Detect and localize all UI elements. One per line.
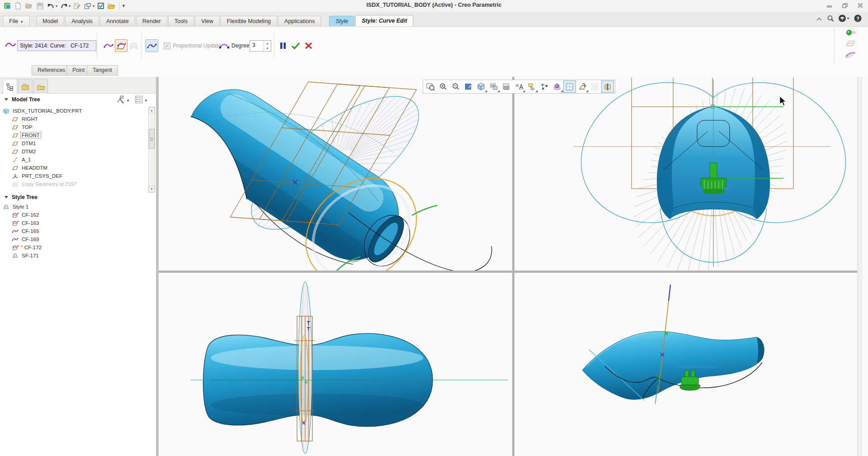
new-file-button[interactable] [14,1,23,10]
tree-item[interactable]: DTM1 [0,139,156,147]
tab-analysis[interactable]: Analysis [65,16,99,26]
curvature-analysis-icon[interactable] [845,51,856,60]
tab-tangent[interactable]: Tangent [87,65,118,76]
search-icon[interactable] [827,15,834,24]
3d-dragger-button[interactable]: ◢ [551,81,563,93]
creo-app-icon[interactable] [3,1,12,10]
annotation-display-button[interactable]: ◢ [525,81,538,93]
tree-item[interactable]: CF-165 [0,227,156,235]
refit-button[interactable] [424,81,437,93]
undo-button[interactable] [46,1,55,10]
tree-item[interactable]: PRT_CSYS_DEF [0,172,156,180]
minimize-button[interactable] [826,2,834,9]
tree-item[interactable]: RIGHT [0,115,156,123]
proportional-update-checkbox[interactable]: ✓ [164,43,170,49]
tree-filters-icon[interactable] [135,95,143,105]
planar-curve-button[interactable] [115,39,127,52]
tab-tools[interactable]: Tools [168,16,194,26]
tab-applications[interactable]: Applications [278,16,321,26]
tree-settings-caret[interactable]: ▼ [126,99,130,103]
window-display-button[interactable] [83,1,92,10]
saved-views-caret[interactable]: ◢ [497,90,500,92]
viewport-divider-horizontal[interactable] [159,271,863,273]
tab-style-curve-edit[interactable]: Style: Curve Edit [355,15,413,26]
tab-flexible-modeling[interactable]: Flexible Modeling [221,16,277,26]
tree-item[interactable]: HEADDTM [0,164,156,172]
viewport-top[interactable] [159,273,512,456]
degree-down-arrow[interactable]: ▼ [264,46,271,52]
3d-dragger-caret[interactable]: ◢ [561,90,563,92]
saved-views-button[interactable]: AB◢ [487,81,500,93]
cancel-button[interactable] [302,39,315,52]
planar-section-caret[interactable]: ◢ [586,90,588,92]
tab-annotate[interactable]: Annotate [100,16,135,26]
customize-toolbar-caret[interactable]: ▼ [122,4,126,8]
tree-item[interactable]: TOP [0,123,156,131]
tree-filters-caret[interactable]: ▼ [144,99,148,103]
tab-render[interactable]: Render [136,16,167,26]
grid-toggle-button[interactable] [589,81,601,93]
model-tree-scrollbar[interactable]: ▲ ▼ [148,107,155,193]
tab-references[interactable]: References [32,65,71,76]
plane-display-button[interactable] [563,81,576,93]
pause-button[interactable] [277,39,289,52]
learning-connector-icon[interactable] [839,14,849,24]
tab-file[interactable]: File▼ [3,16,30,26]
collapse-style-tree-icon[interactable] [5,196,8,199]
scroll-up-button[interactable]: ▲ [149,107,155,114]
mirror-display-button[interactable] [601,81,614,93]
accept-button[interactable] [289,39,302,52]
annotation-display-caret[interactable]: ◢ [535,90,538,92]
curve-id-field[interactable]: Style: 2414: Curve: CF-172 [17,40,96,51]
display-style-caret[interactable]: ◢ [485,90,487,92]
scroll-down-button[interactable]: ▼ [149,186,155,192]
zoom-out-button[interactable] [449,81,462,93]
zoom-in-button[interactable] [437,81,449,93]
regenerate-button[interactable] [72,1,81,10]
mouse-body-side[interactable] [582,332,764,400]
navtab-favorites[interactable] [33,79,48,94]
save-button[interactable] [35,1,44,10]
tree-item[interactable]: CF-163 [0,219,156,227]
collapse-ribbon-icon[interactable] [816,15,822,24]
open-folder-button[interactable] [107,1,116,10]
viewport-front[interactable] [514,77,863,271]
tree-item[interactable]: DTM2 [0,147,156,156]
restore-button[interactable] [841,2,849,9]
display-style-button[interactable]: ◢ [475,81,487,93]
tab-view[interactable]: View [195,16,220,26]
close-button[interactable] [856,2,864,9]
tree-item[interactable]: FRONT [0,131,156,139]
scroll-thumb[interactable] [149,129,155,149]
tab-model[interactable]: Model [36,16,64,26]
tree-item[interactable]: Copy Geometry id 2157 [0,180,156,188]
tree-item[interactable]: SF-171 [0,252,156,260]
planar-section-button[interactable]: ◢ [576,81,589,93]
collapse-model-tree-icon[interactable] [5,98,8,101]
degree-up-arrow[interactable]: ▲ [264,41,271,46]
grid-display-icon[interactable] [845,40,856,48]
viewport-3d[interactable] [159,77,512,271]
tree-item[interactable]: Style 1 [0,203,156,211]
window-display-caret[interactable]: ▾ [93,4,94,8]
spin-center-button[interactable] [538,81,551,93]
perspective-toggle-icon[interactable] [845,29,855,38]
repaint-button[interactable] [462,81,475,93]
view-manager-button[interactable] [500,81,513,93]
undo-caret[interactable]: ▾ [56,4,57,8]
free-curve-button[interactable] [102,39,115,52]
degree-spinner[interactable]: 3 ▲▼ [250,40,271,52]
redo-caret[interactable]: ▾ [69,4,71,8]
tree-item[interactable]: A_1 [0,156,156,164]
viewport-divider-vertical[interactable] [512,77,514,456]
datum-display-button[interactable]: ◢ [513,81,525,93]
tree-item[interactable]: CF-162 [0,211,156,219]
tree-item[interactable]: ISDX_TUTORIAL_BODY.PRT [0,107,156,115]
help-icon[interactable]: ? [854,14,862,24]
verify-button[interactable] [96,1,105,10]
viewport-side[interactable] [514,273,863,456]
tab-style[interactable]: Style [329,16,354,26]
open-file-button[interactable] [24,1,33,10]
redo-button[interactable] [59,1,68,10]
tree-item[interactable]: * CF-172 [0,243,156,252]
